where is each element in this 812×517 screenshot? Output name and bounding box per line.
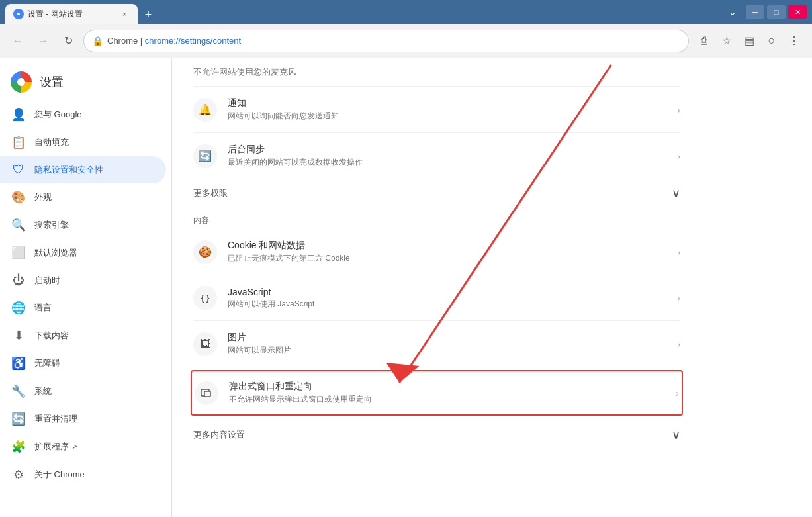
address-text: Chrome | chrome://settings/content (107, 36, 680, 46)
notification-row[interactable]: 🔔 通知 网站可以询问能否向您发送通知 › (193, 87, 680, 133)
lock-icon: 🔒 (92, 36, 103, 46)
popups-row[interactable]: 弹出式窗口和重定向 不允许网站显示弹出式窗口或使用重定向 › (191, 370, 683, 416)
tab-area: 设置 - 网站设置 × + (5, 0, 719, 24)
autofill-icon: 📋 (11, 135, 26, 150)
notification-icon: 🔔 (193, 98, 217, 122)
person-icon: 👤 (11, 107, 26, 122)
sidebar-item-privacy[interactable]: 🛡 隐私设置和安全性 (0, 156, 166, 183)
top-truncated-item: 不允许网站使用您的麦克风 (193, 58, 680, 87)
sidebar-item-browser[interactable]: ⬜ 默认浏览器 (0, 239, 166, 267)
new-tab-button[interactable]: + (139, 5, 158, 24)
sidebar-label-privacy: 隐私设置和安全性 (34, 164, 103, 176)
sidebar-item-autofill[interactable]: 📋 自动填充 (0, 128, 166, 156)
sidebar-label-accessibility: 无障碍 (34, 357, 60, 369)
sidebar-label-about: 关于 Chrome (34, 469, 85, 481)
javascript-icon: { } (193, 286, 217, 310)
accessibility-icon: ♿ (11, 356, 26, 371)
address-settings: chrome://settings/content (145, 36, 241, 46)
sidebar-item-search[interactable]: 🔍 搜索引擎 (0, 211, 166, 239)
profile-button[interactable]: ○ (762, 31, 782, 51)
more-content-settings-label: 更多内容设置 (193, 429, 245, 441)
more-options-button[interactable]: ⋮ (784, 31, 804, 51)
background-sync-icon: 🔄 (193, 144, 217, 168)
sidebar-label-system: 系统 (34, 385, 52, 397)
notification-texts: 通知 网站可以询问能否向您发送通知 (228, 97, 677, 122)
active-tab[interactable]: 设置 - 网站设置 × (5, 4, 138, 24)
refresh-button[interactable]: ↻ (58, 31, 78, 51)
browser-icon: ⬜ (11, 246, 26, 260)
forward-icon: → (38, 35, 48, 47)
window-controls: ─ □ ✕ (746, 5, 807, 19)
address-bar[interactable]: 🔒 Chrome | chrome://settings/content (83, 30, 689, 52)
sidebar-label-download: 下载内容 (34, 330, 69, 342)
close-button[interactable]: ✕ (788, 5, 807, 19)
popups-chevron-icon: › (676, 388, 679, 399)
tab-title: 设置 - 网站设置 (28, 9, 115, 20)
more-permissions-expand-icon: ∨ (672, 186, 680, 201)
sidebar-toggle-button[interactable]: ▤ (739, 31, 759, 51)
images-title: 图片 (228, 332, 677, 344)
javascript-chevron-icon: › (677, 293, 680, 303)
javascript-subtitle: 网站可以使用 JavaScript (228, 299, 677, 310)
content-inner: 不允许网站使用您的麦克风 🔔 通知 网站可以询问能否向您发送通知 › 🔄 后台同… (172, 58, 701, 470)
sidebar-item-extensions[interactable]: 🧩 扩展程序 ↗ (0, 433, 166, 461)
sidebar-label-browser: 默认浏览器 (34, 247, 77, 259)
javascript-title: JavaScript (228, 287, 677, 297)
profile-icon: ○ (768, 34, 776, 48)
settings-header: 设置 (0, 58, 171, 101)
javascript-texts: JavaScript 网站可以使用 JavaScript (228, 287, 677, 310)
svg-point-1 (17, 13, 20, 15)
javascript-row[interactable]: { } JavaScript 网站可以使用 JavaScript › (193, 275, 680, 321)
chrome-menu-button[interactable]: ⌄ (723, 3, 742, 21)
more-content-settings-row[interactable]: 更多内容设置 ∨ (193, 421, 680, 449)
back-button[interactable]: ← (8, 31, 28, 51)
forward-button[interactable]: → (33, 31, 53, 51)
background-sync-row[interactable]: 🔄 后台同步 最近关闭的网站可以完成数据收发操作 › (193, 133, 680, 179)
shield-icon: 🛡 (11, 163, 26, 177)
extensions-icon: 🧩 (11, 440, 26, 454)
reset-icon: 🔄 (11, 412, 26, 426)
background-sync-chevron-icon: › (677, 151, 680, 162)
popups-title: 弹出式窗口和重定向 (229, 381, 676, 393)
refresh-icon: ↻ (64, 34, 73, 47)
navbar: ← → ↻ 🔒 Chrome | chrome://settings/conte… (0, 24, 812, 58)
sidebar-item-system[interactable]: 🔧 系统 (0, 377, 166, 405)
sidebar-label-autofill: 自动填充 (34, 136, 69, 148)
sidebar-item-reset[interactable]: 🔄 重置并清理 (0, 405, 166, 433)
sidebar-label-extensions: 扩展程序 ↗ (34, 441, 77, 453)
cookies-row[interactable]: 🍪 Cookie 和网站数据 已阻止无痕模式下的第三方 Cookie › (193, 229, 680, 275)
notification-chevron-icon: › (677, 105, 680, 115)
maximize-button[interactable]: □ (767, 5, 786, 19)
more-permissions-row[interactable]: 更多权限 ∨ (193, 179, 680, 207)
minimize-button[interactable]: ─ (746, 5, 764, 19)
sidebar-item-google[interactable]: 👤 您与 Google (0, 101, 166, 128)
more-content-settings-expand-icon: ∨ (672, 428, 680, 442)
sidebar-label-reset: 重置并清理 (34, 413, 77, 425)
sidebar-item-appearance[interactable]: 🎨 外观 (0, 183, 166, 211)
settings-title: 设置 (40, 74, 64, 90)
sidebar-item-startup[interactable]: ⏻ 启动时 (0, 267, 166, 294)
download-icon: ⬇ (11, 328, 26, 343)
sidebar-item-download[interactable]: ⬇ 下载内容 (0, 322, 166, 350)
popups-subtitle: 不允许网站显示弹出式窗口或使用重定向 (229, 394, 676, 405)
sidebar-label-google: 您与 Google (34, 109, 82, 120)
more-options-icon: ⋮ (789, 34, 799, 47)
bookmark-button[interactable]: ☆ (717, 31, 737, 51)
sidebar-item-language[interactable]: 🌐 语言 (0, 294, 166, 322)
sidebar-label-search: 搜索引擎 (34, 219, 69, 231)
more-permissions-label: 更多权限 (193, 187, 228, 199)
background-sync-title: 后台同步 (228, 144, 677, 156)
sidebar-label-startup: 启动时 (34, 275, 60, 287)
cookies-texts: Cookie 和网站数据 已阻止无痕模式下的第三方 Cookie (228, 240, 677, 264)
tab-close-button[interactable]: × (119, 9, 130, 19)
share-button[interactable]: ⎙ (694, 31, 714, 51)
language-icon: 🌐 (11, 301, 26, 315)
cookies-chevron-icon: › (677, 247, 680, 258)
svg-rect-3 (204, 391, 210, 397)
sidebar-item-about[interactable]: ⚙ 关于 Chrome (0, 461, 166, 489)
images-row[interactable]: 🖼 图片 网站可以显示图片 › (193, 321, 680, 367)
sidebar-item-accessibility[interactable]: ♿ 无障碍 (0, 350, 166, 377)
top-truncated-text: 不允许网站使用您的麦克风 (193, 67, 296, 77)
startup-icon: ⏻ (11, 273, 26, 287)
nav-icons: ⎙ ☆ ▤ ○ ⋮ (694, 31, 804, 51)
